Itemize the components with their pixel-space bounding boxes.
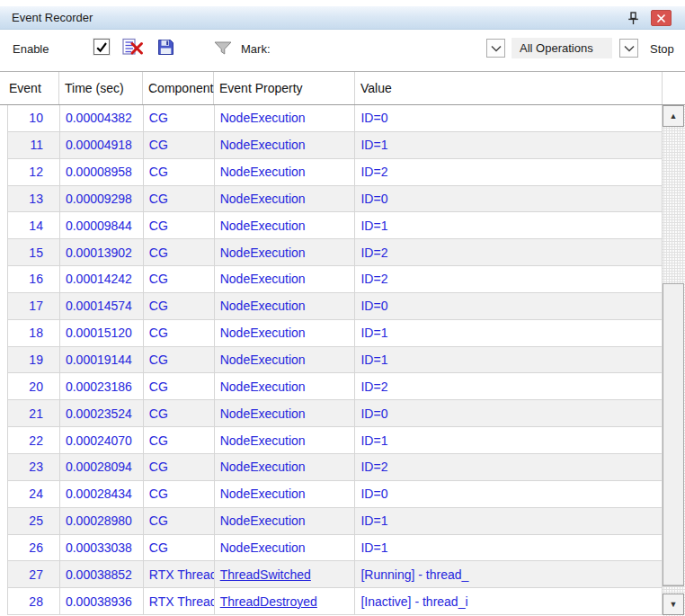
cell-text: 25 <box>29 513 43 528</box>
table-row[interactable]: 130.00009298CGNodeExecutionID=0 <box>7 186 663 213</box>
cell-property: NodeExecution <box>215 508 356 534</box>
cell-text: NodeExecution <box>220 379 306 394</box>
event-property-link[interactable]: ThreadSwitched <box>220 567 311 582</box>
cell-time: 0.00004382 <box>60 105 144 131</box>
table-row[interactable]: 150.00013902CGNodeExecutionID=2 <box>7 239 663 266</box>
cell-component: RTX Thread <box>144 561 215 587</box>
operations-filter-value: All Operations <box>520 41 593 55</box>
table-row[interactable]: 170.00014574CGNodeExecutionID=0 <box>7 293 663 320</box>
column-header-event[interactable]: Event <box>7 72 59 104</box>
cell-event: 20 <box>8 373 60 399</box>
cell-component: CG <box>144 266 215 292</box>
titlebar: Event Recorder <box>0 6 685 30</box>
cell-text: 0.00019144 <box>66 353 132 367</box>
cell-text: CG <box>149 165 168 179</box>
column-header-component[interactable]: Component <box>143 72 214 104</box>
cell-value: ID=1 <box>355 212 663 238</box>
vertical-scrollbar[interactable]: ▲ ▼ <box>663 105 685 616</box>
cell-text: 12 <box>29 165 43 179</box>
cell-text: CG <box>149 299 168 313</box>
pin-button[interactable] <box>625 10 641 26</box>
cell-component: CG <box>144 320 215 346</box>
cell-value: ID=1 <box>355 132 663 158</box>
filter-button[interactable] <box>214 41 232 55</box>
table-row[interactable]: 260.00033038CGNodeExecutionID=1 <box>7 535 663 562</box>
cell-text: ID=2 <box>360 272 387 286</box>
table-row[interactable]: 220.00024070CGNodeExecutionID=1 <box>7 427 663 454</box>
table-body: 100.00004382CGNodeExecutionID=0110.00004… <box>0 105 663 616</box>
cell-time: 0.00014574 <box>60 293 144 319</box>
cell-text: NodeExecution <box>220 219 306 233</box>
event-property-link[interactable]: ThreadDestroyed <box>220 594 317 609</box>
table-row[interactable]: 230.00028094CGNodeExecutionID=2 <box>7 454 663 481</box>
cell-text: 13 <box>29 192 43 206</box>
cell-time: 0.00028094 <box>60 454 144 480</box>
table-row[interactable]: 250.00028980CGNodeExecutionID=1 <box>7 508 663 535</box>
close-button[interactable] <box>651 10 672 26</box>
cell-time: 0.00038852 <box>60 561 144 587</box>
cell-property: NodeExecution <box>215 373 356 399</box>
table-row[interactable]: 100.00004382CGNodeExecutionID=0 <box>7 105 663 132</box>
cell-time: 0.00014242 <box>60 266 144 292</box>
operations-filter-select[interactable]: All Operations <box>512 38 612 58</box>
cell-event: 10 <box>8 105 60 131</box>
cell-text: ID=2 <box>360 165 387 179</box>
cell-text: 27 <box>29 567 43 582</box>
save-events-button[interactable] <box>157 39 174 56</box>
table-row[interactable]: 270.00038852RTX ThreadThreadSwitched[Run… <box>7 561 663 588</box>
table-row[interactable]: 160.00014242CGNodeExecutionID=2 <box>7 266 663 293</box>
table-row[interactable]: 200.00023186CGNodeExecutionID=2 <box>7 373 663 400</box>
cell-text: 16 <box>29 272 43 286</box>
table-row[interactable]: 240.00028434CGNodeExecutionID=0 <box>7 481 663 508</box>
cell-time: 0.00028980 <box>60 508 144 534</box>
scroll-down-button[interactable]: ▼ <box>663 594 684 615</box>
cell-component: CG <box>144 508 215 534</box>
cell-property: NodeExecution <box>215 400 356 426</box>
mark-dropdown-button[interactable] <box>486 39 505 58</box>
cell-value: ID=0 <box>355 293 663 319</box>
cell-text: 0.00008958 <box>66 165 132 179</box>
scrollbar-thumb[interactable] <box>663 283 684 586</box>
cell-text: CG <box>149 192 168 206</box>
cell-text: CG <box>149 433 168 448</box>
operations-dropdown-button[interactable] <box>619 39 638 58</box>
cell-component: CG <box>144 347 215 373</box>
cell-text: NodeExecution <box>220 299 306 313</box>
enable-checkbox[interactable] <box>93 39 110 55</box>
cell-text: 0.00009844 <box>66 219 132 233</box>
scroll-up-button[interactable]: ▲ <box>663 105 684 127</box>
cell-value: ID=1 <box>355 320 663 346</box>
table-row[interactable]: 110.00004918CGNodeExecutionID=1 <box>7 132 663 159</box>
cell-time: 0.00008958 <box>60 159 144 185</box>
cell-value: ID=1 <box>355 535 663 561</box>
pin-icon <box>627 12 639 25</box>
table-row[interactable]: 190.00019144CGNodeExecutionID=1 <box>7 347 663 374</box>
table-row[interactable]: 210.00023524CGNodeExecutionID=0 <box>7 400 663 427</box>
chevron-down-icon <box>624 45 635 52</box>
table-row[interactable]: 180.00015120CGNodeExecutionID=1 <box>7 320 663 347</box>
cell-event: 19 <box>8 347 60 373</box>
cell-text: ID=1 <box>360 433 387 448</box>
cell-time: 0.00028434 <box>60 481 144 507</box>
column-header-time[interactable]: Time (sec) <box>59 72 143 104</box>
cell-value: ID=0 <box>355 400 663 426</box>
cell-text: NodeExecution <box>220 165 306 179</box>
table-row[interactable]: 280.00038936RTX ThreadThreadDestroyed[In… <box>7 588 663 615</box>
cell-event: 28 <box>8 588 60 614</box>
close-icon <box>657 14 665 22</box>
cell-text: NodeExecution <box>220 246 306 260</box>
table-row[interactable]: 120.00008958CGNodeExecutionID=2 <box>7 159 663 186</box>
cell-value: ID=0 <box>355 186 663 212</box>
cell-component: CG <box>144 400 215 426</box>
cell-text: 26 <box>29 540 43 555</box>
clear-events-button[interactable] <box>122 38 144 56</box>
table-row[interactable]: 140.00009844CGNodeExecutionID=1 <box>7 212 663 239</box>
column-header-value[interactable]: Value <box>355 72 663 104</box>
mark-input[interactable] <box>281 38 485 58</box>
cell-text: 22 <box>29 433 43 448</box>
cell-text: 0.00014242 <box>66 272 132 286</box>
cell-text: 0.00023524 <box>66 406 132 421</box>
cell-value: ID=2 <box>355 373 663 399</box>
cell-text: NodeExecution <box>220 353 306 367</box>
column-header-event-property[interactable]: Event Property <box>214 72 355 104</box>
